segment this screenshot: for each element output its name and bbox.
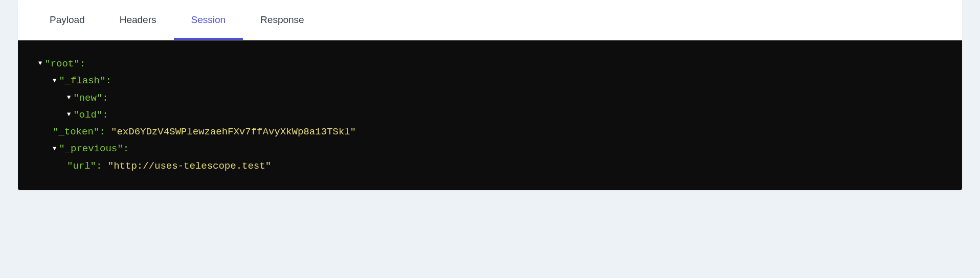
json-key: "url" — [67, 160, 96, 172]
json-colon: : — [102, 92, 108, 104]
tree-row-old[interactable]: ▼"old": — [38, 107, 942, 124]
caret-down-icon: ▼ — [53, 76, 56, 86]
json-colon: : — [80, 58, 85, 70]
session-panel: ▼"root": ▼"_flash": ▼"new": ▼"old": "_to… — [18, 40, 962, 190]
tree-row-flash[interactable]: ▼"_flash": — [38, 73, 942, 89]
json-key: "new" — [73, 92, 102, 104]
tree-row-token: "_token": "exD6YDzV4SWPlewzaehFXv7ffAvyX… — [38, 124, 942, 141]
tree-row-root[interactable]: ▼"root": — [38, 56, 942, 73]
json-key: "root" — [44, 58, 79, 70]
json-colon: : — [123, 143, 129, 154]
json-key: "old" — [73, 109, 102, 121]
detail-card: Payload Headers Session Response ▼"root"… — [18, 0, 962, 190]
caret-down-icon: ▼ — [53, 144, 56, 154]
tab-headers[interactable]: Headers — [102, 0, 174, 40]
tab-session[interactable]: Session — [174, 0, 243, 40]
json-colon: : — [102, 109, 108, 121]
caret-down-icon: ▼ — [67, 92, 71, 103]
tree-row-url: "url": "http://uses-telescope.test" — [38, 158, 942, 175]
caret-down-icon: ▼ — [67, 109, 71, 120]
json-key: "_previous" — [59, 143, 123, 154]
caret-down-icon: ▼ — [38, 58, 42, 69]
json-colon: : — [96, 160, 102, 172]
tab-payload[interactable]: Payload — [32, 0, 102, 40]
json-value: "http://uses-telescope.test" — [108, 160, 271, 172]
tree-row-new[interactable]: ▼"new": — [38, 90, 942, 107]
json-value: "exD6YDzV4SWPlewzaehFXv7ffAvyXkWp8a13TSk… — [111, 126, 356, 137]
tab-response[interactable]: Response — [243, 0, 322, 40]
json-colon: : — [99, 126, 105, 137]
tabs: Payload Headers Session Response — [18, 0, 962, 40]
json-key: "_flash" — [59, 75, 105, 86]
tree-row-previous[interactable]: ▼"_previous": — [38, 141, 942, 157]
json-key: "_token" — [53, 126, 99, 137]
json-colon: : — [105, 75, 111, 86]
